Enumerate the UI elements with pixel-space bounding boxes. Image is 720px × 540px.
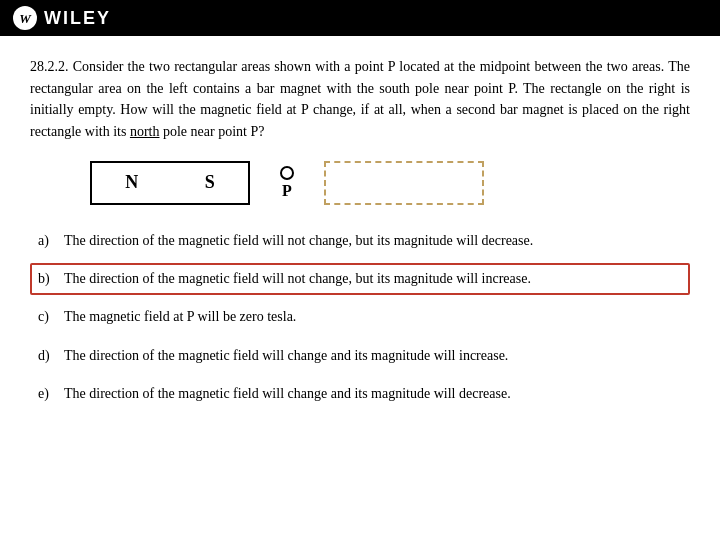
question-underline-word: north <box>130 124 160 139</box>
answer-a-text: The direction of the magnetic field will… <box>64 231 533 251</box>
magnet-south-label: S <box>205 172 215 193</box>
diagram: N S P <box>30 161 690 205</box>
svg-text:W: W <box>19 11 32 26</box>
answer-c-text: The magnetic field at P will be zero tes… <box>64 307 296 327</box>
header: W WILEY <box>0 0 720 36</box>
answer-c-label: c) <box>38 307 60 327</box>
magnet-left: N S <box>90 161 250 205</box>
answer-e[interactable]: e) The direction of the magnetic field w… <box>30 378 690 410</box>
answer-b-text: The direction of the magnetic field will… <box>64 269 531 289</box>
answer-d-label: d) <box>38 346 60 366</box>
answer-c[interactable]: c) The magnetic field at P will be zero … <box>30 301 690 333</box>
question-text: 28.2.2. Consider the two rectangular are… <box>30 56 690 143</box>
brand-name: WILEY <box>44 8 111 29</box>
answer-d[interactable]: d) The direction of the magnetic field w… <box>30 340 690 372</box>
answer-d-text: The direction of the magnetic field will… <box>64 346 508 366</box>
wiley-logo: W WILEY <box>12 5 111 31</box>
answer-b[interactable]: b) The direction of the magnetic field w… <box>30 263 690 295</box>
wiley-logo-icon: W <box>12 5 38 31</box>
point-p-indicator: P <box>280 166 294 200</box>
point-label: P <box>282 182 292 200</box>
empty-rectangle <box>324 161 484 205</box>
answer-e-label: e) <box>38 384 60 404</box>
answer-a-label: a) <box>38 231 60 251</box>
answers-list: a) The direction of the magnetic field w… <box>30 225 690 410</box>
main-content: 28.2.2. Consider the two rectangular are… <box>0 36 720 426</box>
answer-a[interactable]: a) The direction of the magnetic field w… <box>30 225 690 257</box>
answer-b-label: b) <box>38 269 60 289</box>
question-number: 28.2.2. <box>30 59 69 74</box>
magnet-north-label: N <box>125 172 138 193</box>
answer-e-text: The direction of the magnetic field will… <box>64 384 511 404</box>
point-circle <box>280 166 294 180</box>
question-end: pole near point P? <box>163 124 264 139</box>
